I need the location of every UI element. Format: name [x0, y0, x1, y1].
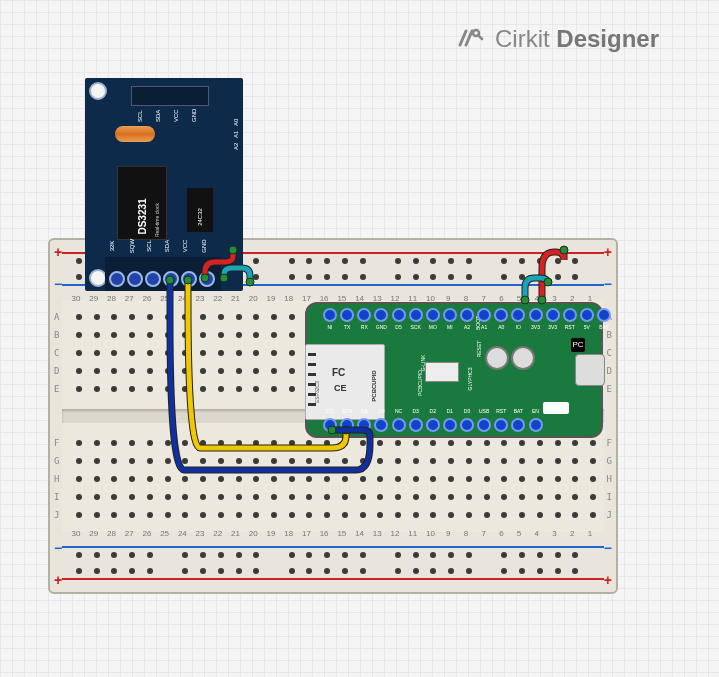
tie-hole[interactable]	[306, 458, 312, 464]
tie-hole[interactable]	[590, 476, 596, 482]
rail-hole[interactable]	[430, 274, 436, 280]
rail-hole[interactable]	[395, 568, 401, 574]
tie-hole[interactable]	[519, 512, 525, 518]
tie-hole[interactable]	[218, 458, 224, 464]
rail-hole[interactable]	[360, 568, 366, 574]
rail-hole[interactable]	[306, 568, 312, 574]
tie-hole[interactable]	[236, 476, 242, 482]
tie-hole[interactable]	[182, 314, 188, 320]
rail-hole[interactable]	[76, 274, 82, 280]
rail-hole[interactable]	[360, 274, 366, 280]
esp-pin[interactable]	[340, 308, 354, 322]
tie-hole[interactable]	[76, 314, 82, 320]
tie-hole[interactable]	[342, 458, 348, 464]
rail-hole[interactable]	[76, 568, 82, 574]
tie-hole[interactable]	[395, 512, 401, 518]
rail-hole[interactable]	[289, 274, 295, 280]
tie-hole[interactable]	[395, 458, 401, 464]
tie-hole[interactable]	[360, 458, 366, 464]
tie-hole[interactable]	[537, 494, 543, 500]
tie-hole[interactable]	[484, 512, 490, 518]
tie-hole[interactable]	[271, 314, 277, 320]
tie-hole[interactable]	[289, 332, 295, 338]
rail-hole[interactable]	[129, 568, 135, 574]
tie-hole[interactable]	[111, 332, 117, 338]
rail-hole[interactable]	[519, 258, 525, 264]
tie-hole[interactable]	[94, 314, 100, 320]
tie-hole[interactable]	[519, 458, 525, 464]
tie-hole[interactable]	[484, 494, 490, 500]
tie-hole[interactable]	[129, 494, 135, 500]
rail-hole[interactable]	[430, 552, 436, 558]
tie-hole[interactable]	[466, 494, 472, 500]
rail-hole[interactable]	[519, 274, 525, 280]
tie-hole[interactable]	[165, 494, 171, 500]
esp-pin[interactable]	[494, 308, 508, 322]
tie-hole[interactable]	[306, 476, 312, 482]
boot-button[interactable]	[511, 346, 535, 370]
tie-hole[interactable]	[289, 494, 295, 500]
rail-hole[interactable]	[218, 552, 224, 558]
tie-hole[interactable]	[94, 386, 100, 392]
rail-hole[interactable]	[448, 258, 454, 264]
tie-hole[interactable]	[76, 494, 82, 500]
tie-hole[interactable]	[253, 386, 259, 392]
tie-hole[interactable]	[448, 440, 454, 446]
esp32-board[interactable]: FC CE PCBCUPID ESP32C3 PC RESET BOOT G-L…	[305, 302, 603, 438]
tie-hole[interactable]	[253, 458, 259, 464]
rail-hole[interactable]	[413, 552, 419, 558]
tie-hole[interactable]	[218, 368, 224, 374]
rail-hole[interactable]	[324, 568, 330, 574]
tie-hole[interactable]	[147, 458, 153, 464]
rail-hole[interactable]	[306, 552, 312, 558]
tie-hole[interactable]	[236, 458, 242, 464]
tie-hole[interactable]	[413, 458, 419, 464]
tie-hole[interactable]	[466, 476, 472, 482]
rail-hole[interactable]	[466, 258, 472, 264]
esp-pin[interactable]	[494, 418, 508, 432]
esp-pin[interactable]	[374, 418, 388, 432]
tie-hole[interactable]	[413, 440, 419, 446]
tie-hole[interactable]	[200, 458, 206, 464]
esp-pin[interactable]	[426, 308, 440, 322]
tie-hole[interactable]	[271, 494, 277, 500]
esp-pin[interactable]	[546, 308, 560, 322]
tie-hole[interactable]	[572, 440, 578, 446]
rail-hole[interactable]	[519, 552, 525, 558]
rail-hole[interactable]	[395, 258, 401, 264]
tie-hole[interactable]	[147, 386, 153, 392]
tie-hole[interactable]	[360, 476, 366, 482]
tie-hole[interactable]	[289, 368, 295, 374]
tie-hole[interactable]	[271, 512, 277, 518]
tie-hole[interactable]	[147, 512, 153, 518]
rail-hole[interactable]	[218, 568, 224, 574]
tie-hole[interactable]	[200, 476, 206, 482]
esp-pin[interactable]	[323, 418, 337, 432]
tie-hole[interactable]	[182, 458, 188, 464]
rail-hole[interactable]	[466, 568, 472, 574]
esp-pin[interactable]	[511, 308, 525, 322]
esp-pin[interactable]	[323, 308, 337, 322]
tie-hole[interactable]	[94, 458, 100, 464]
esp-pin[interactable]	[357, 418, 371, 432]
tie-hole[interactable]	[572, 512, 578, 518]
esp-pin[interactable]	[443, 308, 457, 322]
tie-hole[interactable]	[324, 512, 330, 518]
rail-hole[interactable]	[448, 568, 454, 574]
tie-hole[interactable]	[555, 476, 561, 482]
rail-hole[interactable]	[111, 552, 117, 558]
rail-hole[interactable]	[395, 274, 401, 280]
tie-hole[interactable]	[448, 458, 454, 464]
tie-hole[interactable]	[182, 512, 188, 518]
tie-hole[interactable]	[324, 476, 330, 482]
rtc-pin[interactable]	[127, 271, 143, 287]
tie-hole[interactable]	[342, 494, 348, 500]
esp-pin[interactable]	[409, 418, 423, 432]
rail-hole[interactable]	[572, 274, 578, 280]
rail-hole[interactable]	[537, 258, 543, 264]
esp-pin[interactable]	[340, 418, 354, 432]
tie-hole[interactable]	[200, 440, 206, 446]
tie-hole[interactable]	[236, 440, 242, 446]
tie-hole[interactable]	[236, 386, 242, 392]
tie-hole[interactable]	[413, 494, 419, 500]
